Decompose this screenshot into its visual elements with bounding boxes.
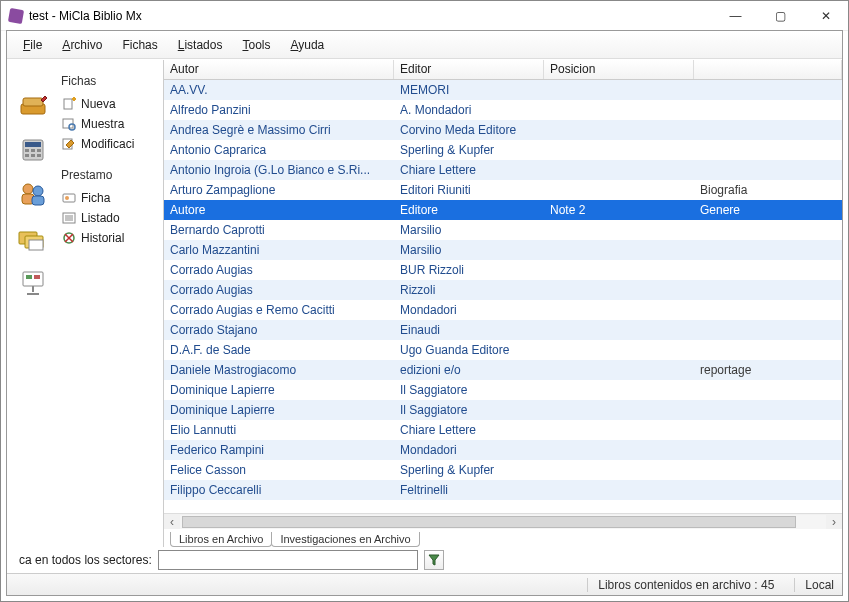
table-row[interactable]: Corrado AugiasBUR Rizzoli xyxy=(164,260,842,280)
tab-investigaciones[interactable]: Investigaciones en Archivo xyxy=(271,532,419,547)
books-icon[interactable] xyxy=(15,90,51,122)
cell-editor: Rizzoli xyxy=(394,282,544,298)
table-row[interactable]: Bernardo CaprottiMarsilio xyxy=(164,220,842,240)
minimize-button[interactable]: — xyxy=(713,1,758,31)
col-extra[interactable] xyxy=(694,60,842,79)
side-item-nueva[interactable]: Nueva xyxy=(59,94,159,114)
cell-autor: D.A.F. de Sade xyxy=(164,342,394,358)
horizontal-scrollbar[interactable]: ‹ › xyxy=(164,513,842,529)
calculator-icon[interactable] xyxy=(15,134,51,166)
menu-file[interactable]: File xyxy=(15,34,50,56)
menu-archivo[interactable]: Archivo xyxy=(54,34,110,56)
cell-autor: Alfredo Panzini xyxy=(164,102,394,118)
cell-autor: Autore xyxy=(164,202,394,218)
table-row[interactable]: Dominique LapierreIl Saggiatore xyxy=(164,380,842,400)
table-row[interactable]: Arturo ZampaglioneEditori RiunitiBiograf… xyxy=(164,180,842,200)
table-row[interactable]: Corrado AugiasRizzoli xyxy=(164,280,842,300)
side-item-ficha[interactable]: Ficha xyxy=(59,188,159,208)
table-row[interactable]: AA.VV.MEMORI xyxy=(164,80,842,100)
menu-listados[interactable]: Listados xyxy=(170,34,231,56)
cell-extra: reportage xyxy=(694,362,842,378)
cell-editor: Feltrinelli xyxy=(394,482,544,498)
presentation-icon[interactable] xyxy=(15,266,51,298)
table-row[interactable]: Corrado Augias e Remo CacittiMondadori xyxy=(164,300,842,320)
cell-posicion xyxy=(544,329,694,331)
titlebar[interactable]: test - MiCla Biblio Mx — ▢ ✕ xyxy=(1,1,848,31)
side-item-modificaci[interactable]: Modificaci xyxy=(59,134,159,154)
cell-extra xyxy=(694,169,842,171)
cell-posicion xyxy=(544,449,694,451)
users-icon[interactable] xyxy=(15,178,51,210)
table-row[interactable]: Filippo CeccarelliFeltrinelli xyxy=(164,480,842,500)
table-row[interactable]: Antonio Ingroia (G.Lo Bianco e S.Ri...Ch… xyxy=(164,160,842,180)
menu-tools[interactable]: Tools xyxy=(234,34,278,56)
status-mode: Local xyxy=(794,578,834,592)
col-autor[interactable]: Autor xyxy=(164,60,394,79)
search-input[interactable] xyxy=(158,550,418,570)
cell-posicion xyxy=(544,369,694,371)
cell-autor: Corrado Augias e Remo Cacitti xyxy=(164,302,394,318)
cell-autor: Dominique Lapierre xyxy=(164,402,394,418)
svg-rect-22 xyxy=(64,99,72,109)
cell-autor: Antonio Caprarica xyxy=(164,142,394,158)
section-prestamo: Prestamo xyxy=(61,168,159,182)
svg-point-11 xyxy=(33,186,43,196)
table-row[interactable]: AutoreEditoreNote 2Genere xyxy=(164,200,842,220)
scroll-thumb[interactable] xyxy=(182,516,796,528)
table-row[interactable]: Elio LannuttiChiare Lettere xyxy=(164,420,842,440)
cell-autor: Filippo Ceccarelli xyxy=(164,482,394,498)
table-row[interactable]: Dominique LapierreIl Saggiatore xyxy=(164,400,842,420)
menu-ayuda[interactable]: Ayuda xyxy=(282,34,332,56)
col-editor[interactable]: Editor xyxy=(394,60,544,79)
cell-extra xyxy=(694,449,842,451)
side-item-label: Historial xyxy=(81,231,124,245)
cell-posicion xyxy=(544,489,694,491)
svg-rect-19 xyxy=(34,275,40,279)
table-row[interactable]: Antonio CapraricaSperling & Kupfer xyxy=(164,140,842,160)
svg-rect-13 xyxy=(32,196,44,205)
svg-rect-1 xyxy=(23,98,43,106)
table-row[interactable]: Felice CassonSperling & Kupfer xyxy=(164,460,842,480)
table-row[interactable]: Andrea Segrè e Massimo CirriCorvino Meda… xyxy=(164,120,842,140)
cell-posicion xyxy=(544,109,694,111)
filter-button[interactable] xyxy=(424,550,444,570)
cell-editor: edizioni e/o xyxy=(394,362,544,378)
list-icon xyxy=(61,211,77,225)
side-panel: Fichas NuevaMuestraModificaci Prestamo F… xyxy=(59,60,163,547)
cell-editor: Sperling & Kupfer xyxy=(394,142,544,158)
cell-posicion xyxy=(544,129,694,131)
cell-extra xyxy=(694,269,842,271)
svg-rect-9 xyxy=(37,154,41,157)
cell-autor: Felice Casson xyxy=(164,462,394,478)
search-label: ca en todos los sectores: xyxy=(19,553,152,567)
side-item-historial[interactable]: Historial xyxy=(59,228,159,248)
side-item-listado[interactable]: Listado xyxy=(59,208,159,228)
col-posicion[interactable]: Posicion xyxy=(544,60,694,79)
tab-libros[interactable]: Libros en Archivo xyxy=(170,532,272,547)
table-row[interactable]: Corrado StajanoEinaudi xyxy=(164,320,842,340)
table-row[interactable]: D.A.F. de SadeUgo Guanda Editore xyxy=(164,340,842,360)
cell-extra xyxy=(694,109,842,111)
scroll-left-icon[interactable]: ‹ xyxy=(164,514,180,530)
menu-fichas[interactable]: Fichas xyxy=(114,34,165,56)
cell-autor: Antonio Ingroia (G.Lo Bianco e S.Ri... xyxy=(164,162,394,178)
menubar: File Archivo Fichas Listados Tools Ayuda xyxy=(7,31,842,59)
statusbar: Libros contenidos en archivo : 45 Local xyxy=(7,573,842,595)
scroll-right-icon[interactable]: › xyxy=(826,514,842,530)
svg-rect-6 xyxy=(37,149,41,152)
svg-point-10 xyxy=(23,184,33,194)
cell-autor: Daniele Mastrogiacomo xyxy=(164,362,394,378)
close-button[interactable]: ✕ xyxy=(803,1,848,31)
table-row[interactable]: Daniele Mastrogiacomoedizioni e/oreporta… xyxy=(164,360,842,380)
table-row[interactable]: Carlo MazzantiniMarsilio xyxy=(164,240,842,260)
maximize-button[interactable]: ▢ xyxy=(758,1,803,31)
cell-editor: Editore xyxy=(394,202,544,218)
side-item-muestra[interactable]: Muestra xyxy=(59,114,159,134)
show-icon xyxy=(61,117,77,131)
table-row[interactable]: Federico RampiniMondadori xyxy=(164,440,842,460)
cell-editor: MEMORI xyxy=(394,82,544,98)
cell-posicion xyxy=(544,249,694,251)
table-row[interactable]: Alfredo PanziniA. Mondadori xyxy=(164,100,842,120)
cell-autor: Carlo Mazzantini xyxy=(164,242,394,258)
folders-icon[interactable] xyxy=(15,222,51,254)
